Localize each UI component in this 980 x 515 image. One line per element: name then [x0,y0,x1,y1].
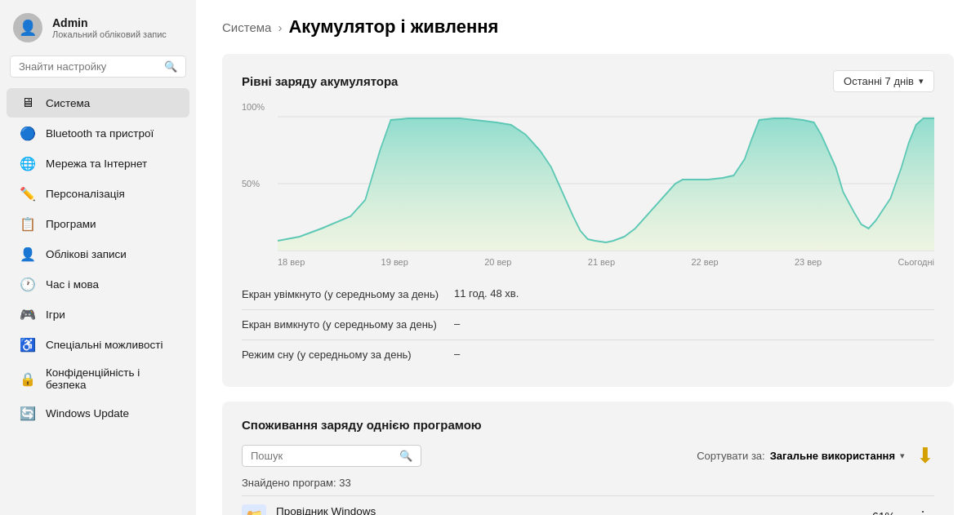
sidebar-item-personalization[interactable]: ✏️Персоналізація [7,179,189,208]
stat-label: Екран увімкнуто (у середньому за день) [242,287,454,302]
nav-icon-privacy: 🔒 [20,371,36,387]
sort-download-icon: ⬇ [916,443,934,468]
stat-label: Режим сну (у середньому за день) [242,348,454,362]
app-info: Провідник Windows Використовується: 61% … [276,505,862,515]
breadcrumb-current: Акумулятор і живлення [288,16,498,38]
x-label-2: 20 вер [484,257,511,267]
breadcrumb: Система › Акумулятор і живлення [222,16,954,38]
nav-label-time: Час і мова [46,278,99,291]
nav-icon-gaming: 🎮 [20,306,36,322]
found-count: Знайдено програм: 33 [242,477,934,489]
nav-icon-time: 🕐 [20,276,36,292]
nav-label-winupdate: Windows Update [46,407,129,420]
sidebar: 👤 Admin Локальний обліковий запис 🔍 🖥Сис… [0,0,196,515]
sidebar-item-privacy[interactable]: 🔒Конфіденційність і безпека [7,360,189,397]
x-label-5: 23 вер [795,257,822,267]
search-box[interactable]: 🔍 [10,55,186,78]
sidebar-item-accessibility[interactable]: ♿Спеціальні можливості [7,330,189,359]
battery-svg [278,102,934,255]
x-label-0: 18 вер [278,257,305,267]
stat-value: 11 год. 48 хв. [454,287,519,300]
stat-value: – [454,348,460,360]
period-label: Останні 7 днів [844,75,914,87]
sidebar-item-system[interactable]: 🖥Система [7,88,189,118]
battery-chart: 100% 50% [242,102,934,273]
nav-icon-bluetooth: 🔵 [20,125,36,141]
nav-label-apps: Програми [46,218,96,230]
nav-icon-accounts: 👤 [20,246,36,262]
app-more-button[interactable]: ⋮ [911,505,934,515]
nav-label-privacy: Конфіденційність і безпека [46,366,176,391]
nav-label-gaming: Ігри [46,309,65,321]
sidebar-item-apps[interactable]: 📋Програми [7,209,189,238]
stat-row: Режим сну (у середньому за день)– [242,340,934,370]
nav-label-bluetooth: Bluetooth та пристрої [46,127,154,140]
nav-icon-network: 🌐 [20,155,36,171]
battery-stats: Екран увімкнуто (у середньому за день)11… [242,280,934,371]
usage-search-box[interactable]: 🔍 [242,445,421,467]
search-icon: 🔍 [399,450,412,462]
nav-icon-winupdate: 🔄 [20,405,36,421]
nav-icon-accessibility: ♿ [20,336,36,353]
nav-label-accounts: Облікові записи [46,248,127,260]
app-usage: 61% [872,510,895,515]
sidebar-item-winupdate[interactable]: 🔄Windows Update [7,398,189,428]
stat-row: Екран увімкнуто (у середньому за день)11… [242,280,934,310]
nav-label-personalization: Персоналізація [46,188,125,200]
y-label-100: 100% [242,102,271,112]
period-dropdown[interactable]: Останні 7 днів ▾ [833,70,934,92]
app-list: 📁 Провідник Windows Використовується: 61… [242,495,934,515]
nav-label-network: Мережа та Інтернет [46,158,147,170]
usage-title: Споживання заряду однією програмою [242,418,934,432]
search-input[interactable] [19,60,158,73]
sidebar-item-bluetooth[interactable]: 🔵Bluetooth та пристрої [7,118,189,148]
nav-icon-system: 🖥 [20,95,36,111]
sidebar-item-network[interactable]: 🌐Мережа та Інтернет [7,149,189,178]
sidebar-item-time[interactable]: 🕐Час і мова [7,269,189,299]
stat-label: Екран вимкнуто (у середньому за день) [242,317,454,332]
content-area: Рівні заряду акумулятора Останні 7 днів … [196,44,980,515]
nav-icon-personalization: ✏️ [20,185,36,202]
avatar-icon: 👤 [19,19,37,37]
main-content: Система › Акумулятор і живлення Рівні за… [196,0,980,515]
nav-label-accessibility: Спеціальні можливості [46,339,163,351]
header: Система › Акумулятор і живлення [196,0,980,44]
chevron-down-icon: ▾ [919,76,924,87]
y-axis-labels: 100% 50% [242,102,276,255]
y-label-50: 50% [242,179,271,189]
x-label-3: 21 вер [588,257,615,267]
nav-label-system: Система [46,97,90,109]
stat-value: – [454,317,460,330]
avatar: 👤 [13,13,42,42]
app-row: 📁 Провідник Windows Використовується: 61… [242,495,934,515]
sort-controls: Сортувати за: Загальне використання ▾ ⬇ [697,443,934,468]
search-icon: 🔍 [164,60,177,73]
breadcrumb-sep: › [278,20,282,34]
usage-section: Споживання заряду однією програмою 🔍 Сор… [222,402,954,515]
battery-chart-section: Рівні заряду акумулятора Останні 7 днів … [222,54,954,387]
user-role: Локальний обліковий запис [52,29,167,39]
usage-controls: 🔍 Сортувати за: Загальне використання ▾ … [242,443,934,468]
x-label-6: Сьогодні [898,257,934,267]
app-name: Провідник Windows [276,505,862,515]
user-section: 👤 Admin Локальний обліковий запис [0,0,196,52]
sidebar-item-gaming[interactable]: 🎮Ігри [7,300,189,329]
sort-value: Загальне використання [770,450,895,462]
sort-chevron-icon: ▾ [900,451,905,461]
sidebar-item-accounts[interactable]: 👤Облікові записи [7,239,189,269]
breadcrumb-parent: Система [222,20,271,34]
usage-search-input[interactable] [251,450,393,462]
stat-row: Екран вимкнуто (у середньому за день)– [242,310,934,340]
chart-section-header: Рівні заряду акумулятора Останні 7 днів … [242,70,934,92]
user-name: Admin [52,16,167,29]
user-info: Admin Локальний обліковий запис [52,16,167,39]
nav-list: 🖥Система🔵Bluetooth та пристрої🌐Мережа та… [0,84,196,515]
chart-area: 18 вер 19 вер 20 вер 21 вер 22 вер 23 ве… [278,102,934,273]
x-label-1: 19 вер [381,257,408,267]
x-axis-labels: 18 вер 19 вер 20 вер 21 вер 22 вер 23 ве… [278,255,934,267]
x-label-4: 22 вер [691,257,718,267]
sort-label: Сортувати за: [697,450,765,462]
nav-icon-apps: 📋 [20,215,36,232]
app-icon: 📁 [242,504,266,515]
chart-title: Рівні заряду акумулятора [242,74,398,88]
